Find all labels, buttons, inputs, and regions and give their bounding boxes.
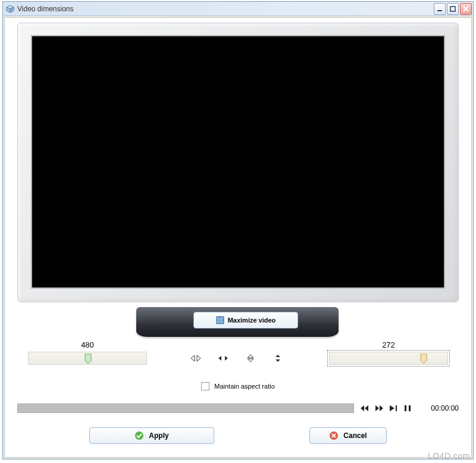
svg-rect-23	[409, 405, 411, 411]
svg-rect-22	[405, 405, 406, 411]
window-title: Video dimensions	[17, 5, 434, 13]
play-step-icon[interactable]	[389, 404, 398, 412]
minimize-button[interactable]	[434, 3, 446, 15]
window-controls	[434, 3, 472, 15]
playback-controls	[360, 404, 412, 412]
svg-rect-21	[396, 405, 397, 411]
stretch-horizontal-icon[interactable]	[217, 353, 229, 363]
monitor-preview: Maximize video	[17, 23, 459, 320]
svg-rect-5	[217, 317, 224, 324]
width-slider-thumb[interactable]	[84, 353, 92, 364]
seek-bar[interactable]	[17, 403, 354, 413]
flip-horizontal-icon[interactable]	[190, 353, 202, 363]
monitor-frame	[17, 23, 459, 302]
svg-marker-16	[365, 405, 368, 411]
svg-marker-17	[361, 405, 364, 411]
stretch-vertical-icon[interactable]	[272, 353, 284, 363]
watermark: LO4D.com	[428, 451, 470, 461]
svg-marker-15	[421, 354, 427, 364]
client-area: Maximize video 480	[4, 17, 472, 458]
svg-marker-12	[248, 359, 253, 362]
svg-rect-3	[437, 10, 442, 11]
dimensions-row: 480	[17, 340, 459, 370]
window: Video dimensions Maximize video	[2, 1, 474, 459]
svg-marker-19	[380, 405, 383, 411]
svg-marker-13	[275, 355, 280, 357]
playback-row: 00:00:00	[17, 403, 459, 413]
cancel-icon	[329, 431, 339, 440]
fast-forward-icon[interactable]	[374, 404, 384, 412]
svg-marker-20	[390, 405, 394, 411]
svg-marker-14	[275, 359, 280, 362]
svg-point-24	[135, 431, 143, 440]
svg-marker-18	[375, 405, 379, 411]
ok-icon	[134, 431, 144, 440]
video-preview-area	[31, 35, 445, 289]
svg-marker-7	[191, 355, 195, 361]
dialog-buttons: Apply Cancel	[17, 427, 459, 444]
aspect-ratio-row: Maintain aspect ratio	[10, 382, 466, 390]
svg-marker-8	[197, 355, 201, 361]
apply-label: Apply	[149, 431, 168, 440]
apply-button[interactable]: Apply	[89, 427, 214, 444]
cancel-label: Cancel	[343, 431, 367, 440]
maintain-aspect-label: Maintain aspect ratio	[214, 383, 275, 390]
width-value: 480	[28, 340, 147, 349]
timecode: 00:00:00	[424, 404, 459, 412]
svg-marker-9	[218, 356, 221, 361]
close-button[interactable]	[460, 3, 472, 15]
svg-marker-11	[248, 355, 253, 358]
titlebar: Video dimensions	[3, 2, 473, 16]
width-control: 480	[28, 340, 147, 365]
dimension-tool-icons	[190, 353, 284, 363]
expand-icon	[216, 316, 224, 324]
height-slider[interactable]	[329, 352, 448, 365]
maintain-aspect-checkbox[interactable]	[201, 382, 209, 390]
width-slider[interactable]	[28, 352, 147, 365]
app-icon	[5, 4, 15, 14]
cancel-button[interactable]: Cancel	[309, 427, 387, 444]
rewind-icon[interactable]	[360, 404, 369, 412]
height-slider-thumb[interactable]	[420, 353, 427, 364]
height-control: 272	[329, 340, 448, 365]
maximize-video-label: Maximize video	[228, 317, 276, 324]
height-value: 272	[329, 340, 448, 349]
pause-icon[interactable]	[403, 404, 412, 412]
svg-marker-10	[225, 356, 228, 361]
svg-marker-6	[85, 354, 91, 364]
maximize-window-button[interactable]	[447, 3, 459, 15]
flip-vertical-icon[interactable]	[245, 353, 256, 363]
svg-rect-4	[450, 7, 455, 11]
maximize-video-button[interactable]: Maximize video	[193, 312, 298, 329]
